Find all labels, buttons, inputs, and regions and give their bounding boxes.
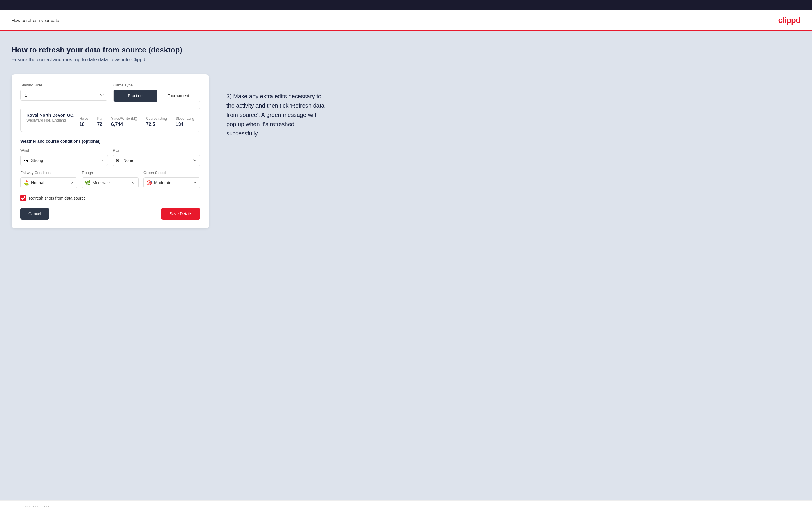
header: How to refresh your data clippd bbox=[0, 10, 812, 31]
course-rating-stat: Course rating 72.5 bbox=[146, 117, 167, 127]
course-location: Westward Ho!, England bbox=[27, 118, 74, 122]
fairway-group: Fairway Conditions ⛳ Normal bbox=[20, 171, 77, 188]
button-row: Cancel Save Details bbox=[20, 208, 200, 220]
slope-rating-label: Slope rating bbox=[175, 117, 194, 121]
top-form-row: Starting Hole 1 Game Type Practice Tourn… bbox=[20, 83, 200, 102]
refresh-checkbox-row: Refresh shots from data source bbox=[20, 195, 200, 201]
par-label: Par bbox=[97, 117, 102, 121]
fairway-select[interactable]: Normal bbox=[20, 177, 77, 188]
wind-select-wrapper: 🌬 Strong bbox=[20, 155, 108, 166]
conditions-grid-top: Wind 🌬 Strong Rain ☀ None bbox=[20, 148, 200, 166]
rain-group: Rain ☀ None bbox=[113, 148, 200, 166]
yards-value: 6,744 bbox=[111, 122, 137, 127]
game-type-group: Game Type Practice Tournament bbox=[113, 83, 200, 102]
green-speed-select[interactable]: Moderate bbox=[143, 177, 200, 188]
page-subheading: Ensure the correct and most up to date d… bbox=[12, 57, 800, 63]
rough-select[interactable]: Moderate bbox=[82, 177, 139, 188]
rain-select[interactable]: None bbox=[113, 155, 200, 166]
page-heading: How to refresh your data from source (de… bbox=[12, 46, 800, 55]
rain-select-wrapper: ☀ None bbox=[113, 155, 200, 166]
course-stats: Holes 18 Par 72 Yards/White (M)) 6,744 bbox=[80, 117, 194, 127]
rough-label: Rough bbox=[82, 171, 139, 175]
game-type-label: Game Type bbox=[113, 83, 200, 87]
starting-hole-group: Starting Hole 1 bbox=[20, 83, 107, 102]
content-area: Starting Hole 1 Game Type Practice Tourn… bbox=[12, 74, 800, 228]
par-stat: Par 72 bbox=[97, 117, 102, 127]
course-name: Royal North Devon GC, bbox=[27, 113, 74, 117]
refresh-label[interactable]: Refresh shots from data source bbox=[29, 196, 86, 201]
fairway-label: Fairway Conditions bbox=[20, 171, 77, 175]
game-type-buttons: Practice Tournament bbox=[113, 90, 200, 102]
green-speed-label: Green Speed bbox=[143, 171, 200, 175]
wind-label: Wind bbox=[20, 148, 108, 153]
slope-rating-value: 134 bbox=[175, 122, 194, 127]
wind-select[interactable]: Strong bbox=[20, 155, 108, 166]
par-value: 72 bbox=[97, 122, 102, 127]
yards-stat: Yards/White (M)) 6,744 bbox=[111, 117, 137, 127]
tournament-button[interactable]: Tournament bbox=[157, 90, 200, 102]
fairway-select-wrapper: ⛳ Normal bbox=[20, 177, 77, 188]
yards-label: Yards/White (M)) bbox=[111, 117, 137, 121]
logo: clippd bbox=[778, 16, 800, 25]
starting-hole-label: Starting Hole bbox=[20, 83, 107, 87]
starting-hole-select[interactable]: 1 bbox=[20, 90, 107, 101]
conditions-grid-bottom: Fairway Conditions ⛳ Normal Rough 🌿 Mode… bbox=[20, 171, 200, 188]
weather-section-title: Weather and course conditions (optional) bbox=[20, 139, 200, 144]
course-info-box: Royal North Devon GC, Westward Ho!, Engl… bbox=[20, 108, 200, 132]
footer: Copyright Clippd 2022 bbox=[0, 500, 812, 507]
refresh-checkbox[interactable] bbox=[20, 195, 26, 201]
course-rating-value: 72.5 bbox=[146, 122, 167, 127]
rough-group: Rough 🌿 Moderate bbox=[82, 171, 139, 188]
holes-stat: Holes 18 bbox=[80, 117, 89, 127]
green-speed-group: Green Speed 🎯 Moderate bbox=[143, 171, 200, 188]
cancel-button[interactable]: Cancel bbox=[20, 208, 49, 220]
rough-select-wrapper: 🌿 Moderate bbox=[82, 177, 139, 188]
course-rating-label: Course rating bbox=[146, 117, 167, 121]
side-text-content: 3) Make any extra edits necessary to the… bbox=[226, 92, 325, 138]
slope-rating-stat: Slope rating 134 bbox=[175, 117, 194, 127]
practice-button[interactable]: Practice bbox=[113, 90, 157, 102]
form-card: Starting Hole 1 Game Type Practice Tourn… bbox=[12, 74, 209, 228]
main-content: How to refresh your data from source (de… bbox=[0, 31, 812, 500]
top-bar bbox=[0, 0, 812, 10]
green-speed-select-wrapper: 🎯 Moderate bbox=[143, 177, 200, 188]
rain-label: Rain bbox=[113, 148, 200, 153]
save-button[interactable]: Save Details bbox=[161, 208, 200, 220]
header-title: How to refresh your data bbox=[12, 18, 59, 23]
holes-value: 18 bbox=[80, 122, 89, 127]
wind-group: Wind 🌬 Strong bbox=[20, 148, 108, 166]
side-text: 3) Make any extra edits necessary to the… bbox=[226, 74, 325, 138]
holes-label: Holes bbox=[80, 117, 89, 121]
copyright: Copyright Clippd 2022 bbox=[12, 505, 49, 507]
